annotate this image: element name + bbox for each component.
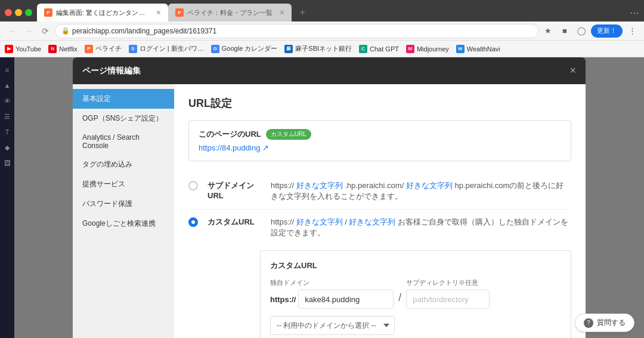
sidebar-item-tags[interactable]: タグの埋め込み [73,155,174,174]
bookmark-midjourney[interactable]: M Midjourney [406,45,449,53]
shinsei-favicon: S [129,45,137,53]
modal-dialog: ページ情報編集 × 基本設定 OGP（SNSシェア設定） Analytics /… [73,57,586,338]
wealthnavi-favicon: W [456,45,465,53]
sidebar-nav-2[interactable]: ▲ [1,79,13,91]
domain-label: 独自ドメイン [270,278,394,287]
reload-button[interactable]: ⟳ [38,24,52,38]
modal-overlay: ページ情報編集 × 基本設定 OGP（SNSシェア設定） Analytics /… [14,57,644,338]
sidebar-item-analytics[interactable]: Analytics / Search Console [73,128,174,155]
sidebar-item-basic[interactable]: 基本設定 [73,89,174,109]
chatgpt-favicon: C [359,45,367,53]
profile-icon[interactable]: ◯ [574,24,589,38]
ssl-icon: 🔒 [61,27,70,35]
subdomain-part1: 好きな文字列 [296,181,343,190]
url-options: サブドメインURL https:// 好きな文字列 .hp.peraichi.c… [188,173,571,245]
bookmark-gcal[interactable]: G Google カレンダー [211,44,278,53]
midjourney-favicon: M [406,45,414,53]
sidebar-nav-7[interactable]: 🖼 [1,157,13,169]
custom-desc: https:// 好きな文字列 / 好きな文字列 お客様ご自身で取得（購入）した… [271,217,571,238]
minimize-window-btn[interactable] [15,9,22,16]
back-button[interactable]: ← [5,24,19,38]
help-label: 質問する [597,318,626,328]
tab-title-1: 編集画面: 驚くほどカンタン！無料… [56,8,149,17]
domain-in-use-row: -- 利用中のドメインから選択 -- [270,316,561,335]
bookmark-chatgpt-label: Chat GPT [370,45,399,53]
modal-title: ページ情報編集 [82,66,141,76]
gcal-favicon: G [211,45,219,53]
bookmark-midjourney-label: Midjourney [417,45,449,53]
domain-prefix: https:// [270,295,296,304]
netflix-favicon: N [48,45,57,53]
external-link-icon: ↗ [262,143,269,152]
subdomain-part2: 好きな文字列 [406,181,453,190]
modal-close-button[interactable]: × [569,64,576,77]
extension-puzzle[interactable]: ■ [558,24,572,38]
bookmark-gcal-label: Google カレンダー [222,44,278,53]
tab-close-2[interactable]: × [280,8,284,17]
modal-body: 基本設定 OGP（SNSシェア設定） Analytics / Search Co… [73,84,586,338]
subdomain-option-row: サブドメインURL https:// 好きな文字列 .hp.peraichi.c… [188,173,571,209]
custom-part1: 好きな文字列 [296,217,343,226]
bookmark-netflix-label: Netflix [59,45,78,53]
sidebar-item-services[interactable]: 提携サービス [73,174,174,194]
tab-close-1[interactable]: × [156,8,161,17]
subdomain-desc: https:// 好きな文字列 .hp.peraichi.com/ 好きな文字列… [271,180,571,202]
modal-header: ページ情報編集 × [73,57,586,84]
maximize-window-btn[interactable] [25,9,32,16]
sidebar-nav-1[interactable]: ≡ [1,64,13,76]
path-input[interactable] [406,290,490,309]
sidebar-nav-4[interactable]: ☰ [1,110,13,122]
tab-inactive[interactable]: P ペライチ：料金・プラン一覧 × [168,4,292,21]
sidebar-item-ogp[interactable]: OGP（SNSシェア設定） [73,109,174,128]
bookmark-wealthnavi-label: WealthNavi [467,45,500,53]
sidebar-item-google-jobs[interactable]: Googleしごと検索連携 [73,214,174,233]
current-url-label: このページのURL カスタムURL [199,129,561,140]
current-url-link[interactable]: https://84.pudding ↗ [199,143,561,152]
tab-favicon-1: P [44,8,52,17]
custom-url-badge: カスタムURL [266,129,311,140]
bookmark-wealthnavi[interactable]: W WealthNavi [456,45,500,53]
sidebar-nav-5[interactable]: T [1,126,13,138]
content-heading: URL設定 [188,96,571,110]
forward-button[interactable]: → [21,24,36,38]
sidebar-nav-3[interactable]: 👁 [1,95,13,107]
browser-chrome: P 編集画面: 驚くほどカンタン！無料… × P ペライチ：料金・プラン一覧 ×… [0,0,644,57]
bookmark-netflix[interactable]: N Netflix [48,45,78,53]
close-window-btn[interactable] [5,9,12,16]
bookmark-youtube[interactable]: ▶ YouTube [5,45,41,53]
domain-input[interactable] [298,290,394,309]
address-bar[interactable]: 🔒 peraichiapp.com/landing_pages/edit/161… [55,24,538,38]
domain-form-row: 独自ドメイン https:// / サブディレクトリ※任意 [270,278,561,309]
update-button[interactable]: 更新！ [591,24,623,38]
domain-group: 独自ドメイン https:// [270,278,394,309]
bookmark-peraichi[interactable]: P ペライチ [85,44,122,53]
bookmark-chatgpt[interactable]: C Chat GPT [359,45,399,53]
bookmark-peraichi-label: ペライチ [95,44,122,53]
sidebar-nav-6[interactable]: ◆ [1,142,13,153]
bookmark-sbi[interactable]: 麻 麻子SBIネット銀行 [284,44,352,53]
menu-dots[interactable]: ⋮ [625,24,639,38]
tab-title-2: ペライチ：料金・プラン一覧 [187,8,273,17]
window-controls: ⋯ [630,7,639,19]
left-sidebar: ≡ ▲ 👁 ☰ T ◆ 🖼 [0,57,14,338]
custom-option-row: カスタムURL https:// 好きな文字列 / 好きな文字列 お客様ご自身で… [188,209,571,245]
tab-active[interactable]: P 編集画面: 驚くほどカンタン！無料… × [37,4,168,21]
address-text: peraichiapp.com/landing_pages/edit/16193… [72,27,216,35]
custom-part2: 好きな文字列 [349,217,395,226]
custom-url-panel: カスタムURL 独自ドメイン https:// / サブディレクトリ※任意 [260,250,571,338]
domain-in-use-select[interactable]: -- 利用中のドメインから選択 -- [270,316,395,335]
sidebar-item-password[interactable]: パスワード保護 [73,194,174,214]
subdomain-radio[interactable] [188,181,198,190]
bookmark-shinsei[interactable]: S ログイン | 新生パワ… [129,44,204,53]
bookmark-shinsei-label: ログイン | 新生パワ… [140,44,204,53]
help-icon: ? [584,318,593,328]
path-separator: / [398,278,401,304]
help-button[interactable]: ? 質問する [575,314,634,332]
custom-url-radio[interactable] [188,217,198,227]
nav-bar: ← → ⟳ 🔒 peraichiapp.com/landing_pages/ed… [0,21,644,41]
tab-bar: P 編集画面: 驚くほどカンタン！無料… × P ペライチ：料金・プラン一覧 ×… [0,0,644,21]
sbi-favicon: 麻 [284,45,293,53]
bookmark-star[interactable]: ★ [541,24,555,38]
tab-favicon-2: P [175,8,184,17]
new-tab-button[interactable]: + [294,4,311,21]
